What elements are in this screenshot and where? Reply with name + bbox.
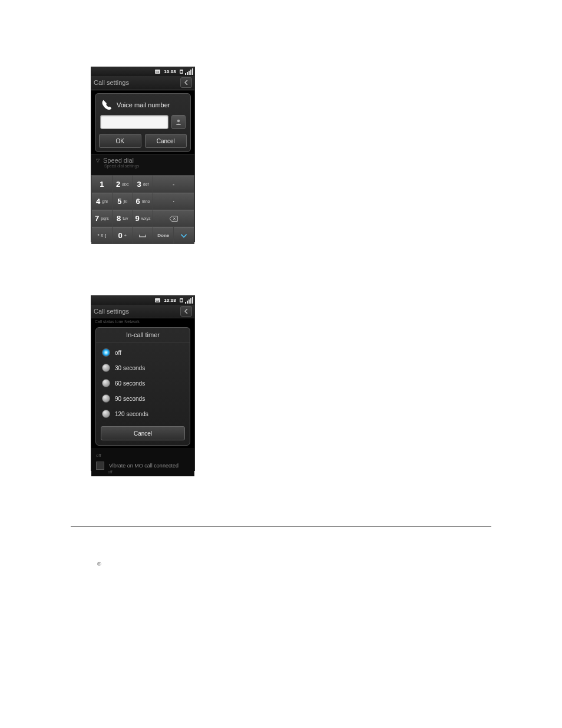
bg-off-label: off bbox=[96, 452, 190, 459]
backspace-icon bbox=[170, 216, 178, 222]
radio-icon bbox=[102, 348, 110, 357]
key-done[interactable]: Done bbox=[153, 227, 173, 243]
radio-option-90[interactable]: 90 seconds bbox=[96, 391, 190, 406]
cancel-button[interactable]: Cancel bbox=[145, 134, 187, 148]
svg-point-3 bbox=[177, 120, 180, 122]
dialog-title: In-call timer bbox=[96, 328, 190, 342]
radio-icon bbox=[102, 410, 110, 418]
background-list: off Vibrate on MO call connected off bbox=[91, 448, 194, 476]
sq-icon: ■ bbox=[180, 70, 183, 74]
expand-icon: ▽ bbox=[96, 158, 100, 163]
space-icon bbox=[138, 233, 147, 239]
phone-screenshot-incall-timer: ▭ 10:08 ■ Call settings Call status tone… bbox=[91, 295, 195, 471]
numeric-keypad: 1 2abc 3def - 4ghi 5jkl 6mno · 7pqrs 8tu… bbox=[91, 175, 194, 244]
horizontal-rule bbox=[71, 526, 491, 527]
signal-icon bbox=[185, 297, 193, 304]
key-sym[interactable]: * # ( bbox=[92, 227, 112, 243]
clock: 10:08 bbox=[164, 69, 176, 74]
bg-check-label: Vibrate on MO call connected bbox=[109, 463, 178, 469]
key-3[interactable]: 3def bbox=[133, 176, 153, 192]
key-0[interactable]: 0+ bbox=[113, 227, 133, 243]
registered-mark: ® bbox=[97, 561, 101, 567]
titlebar: Call settings bbox=[91, 305, 194, 318]
radio-icon bbox=[102, 364, 110, 372]
radio-option-120[interactable]: 120 seconds bbox=[96, 406, 190, 421]
key-4[interactable]: 4ghi bbox=[92, 193, 112, 209]
key-8[interactable]: 8tuv bbox=[113, 210, 133, 226]
page-title: Call settings bbox=[94, 308, 129, 315]
bg-row-sub: Call status tone Network bbox=[91, 318, 194, 325]
back-button[interactable] bbox=[180, 306, 192, 317]
status-bar: ▭ 10:08 ■ bbox=[91, 67, 194, 76]
key-7[interactable]: 7pqrs bbox=[92, 210, 112, 226]
bg-check-row: Vibrate on MO call connected bbox=[96, 459, 190, 470]
key-hide[interactable] bbox=[174, 227, 194, 243]
clock: 10:08 bbox=[164, 298, 176, 303]
phone-icon bbox=[100, 98, 113, 111]
checkbox-icon bbox=[96, 462, 104, 470]
sq-icon: ■ bbox=[180, 298, 183, 302]
person-icon bbox=[175, 118, 182, 126]
key-5[interactable]: 5jkl bbox=[113, 193, 133, 209]
phone-screenshot-voicemail: ▭ 10:08 ■ Call settings Voice mail numbe… bbox=[91, 67, 195, 242]
key-1[interactable]: 1 bbox=[92, 176, 112, 192]
signal-icon bbox=[185, 68, 193, 75]
bg-check-sub: off bbox=[108, 470, 190, 474]
key-2[interactable]: 2abc bbox=[113, 176, 133, 192]
key-9[interactable]: 9wxyz bbox=[133, 210, 153, 226]
key-del[interactable] bbox=[153, 210, 194, 226]
chevron-left-icon bbox=[184, 309, 188, 314]
status-bar: ▭ 10:08 ■ bbox=[91, 296, 194, 305]
key-dot[interactable]: · bbox=[153, 193, 194, 209]
voicemail-number-input[interactable] bbox=[100, 115, 168, 129]
section-title: Speed dial bbox=[103, 157, 134, 164]
speed-dial-section: ▽ Speed dial Speed dial settings bbox=[91, 154, 194, 175]
titlebar: Call settings bbox=[91, 76, 194, 90]
radio-list: off 30 seconds 60 seconds 90 seconds 120… bbox=[96, 342, 190, 424]
radio-option-60[interactable]: 60 seconds bbox=[96, 375, 190, 391]
dialog-title: Voice mail number bbox=[117, 101, 170, 108]
chevron-left-icon bbox=[184, 80, 188, 85]
cancel-button[interactable]: Cancel bbox=[101, 426, 185, 440]
chevron-down-icon bbox=[180, 233, 188, 239]
radio-icon bbox=[102, 379, 110, 387]
key-space[interactable] bbox=[133, 227, 153, 243]
voicemail-dialog: Voice mail number OK Cancel bbox=[95, 93, 191, 152]
radio-option-30[interactable]: 30 seconds bbox=[96, 360, 190, 375]
incall-timer-dialog: In-call timer off 30 seconds 60 seconds … bbox=[95, 327, 190, 446]
radio-icon bbox=[102, 394, 110, 403]
sd-icon: ▭ bbox=[155, 70, 160, 74]
contact-picker-button[interactable] bbox=[171, 115, 186, 129]
key-6[interactable]: 6mno bbox=[133, 193, 153, 209]
section-subtitle: Speed dial settings bbox=[104, 164, 190, 168]
sd-icon: ▭ bbox=[155, 298, 160, 302]
radio-option-off[interactable]: off bbox=[96, 345, 190, 360]
back-button[interactable] bbox=[180, 77, 192, 88]
key-dash[interactable]: - bbox=[153, 176, 194, 192]
ok-button[interactable]: OK bbox=[99, 134, 141, 148]
page-title: Call settings bbox=[94, 79, 129, 86]
